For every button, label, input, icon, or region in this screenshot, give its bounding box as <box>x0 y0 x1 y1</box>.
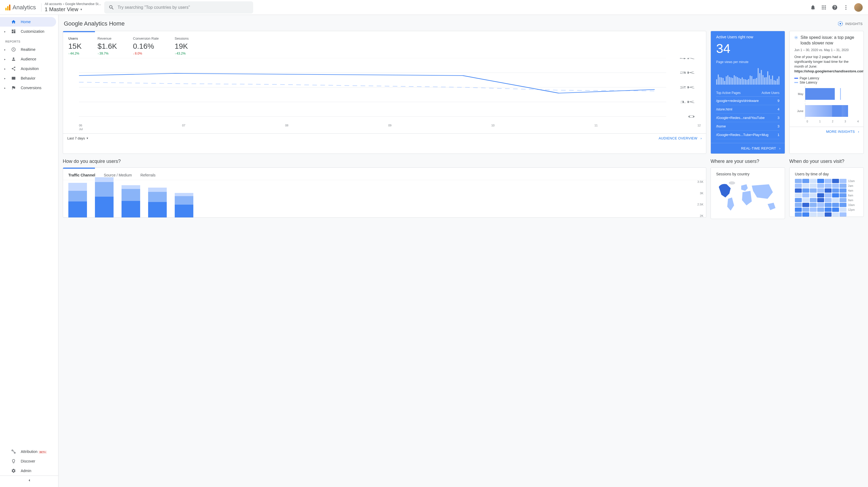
audience-overview-link[interactable]: AUDIENCE OVERVIEW › <box>659 136 702 140</box>
insights-button[interactable]: INSIGHTS <box>837 21 863 27</box>
svg-point-10 <box>845 7 846 8</box>
dashboard-icon <box>11 29 17 34</box>
traffic-channel-chart <box>63 180 706 218</box>
avatar[interactable] <box>854 3 863 12</box>
chevron-right-icon: ▸ <box>4 30 7 33</box>
tab-source-medium[interactable]: Source / Medium <box>104 173 132 177</box>
acquire-title: How do you acquire users? <box>63 159 706 164</box>
account-selector[interactable]: All accounts › Google Merchandise St... … <box>45 2 101 12</box>
chevron-right-icon: ▸ <box>4 48 7 51</box>
realtime-page-row[interactable]: /store.html4 <box>716 105 779 114</box>
svg-point-33 <box>796 37 797 38</box>
app-header: Analytics All accounts › Google Merchand… <box>0 0 868 15</box>
logo[interactable]: Analytics <box>3 4 38 11</box>
svg-rect-1 <box>823 5 824 6</box>
gear-icon <box>11 468 17 473</box>
collapse-sidebar-button[interactable] <box>0 476 58 485</box>
svg-point-34 <box>729 181 735 185</box>
metric-conversion-rate[interactable]: Conversion Rate 0.16% ↓8.0% <box>133 36 159 55</box>
page-title: Google Analytics Home <box>64 20 125 27</box>
caret-down-icon: ▼ <box>80 8 83 11</box>
realtime-page-row[interactable]: /google+redesign/drinkware9 <box>716 96 779 105</box>
chevron-right-icon: › <box>858 130 859 134</box>
svg-point-9 <box>845 5 846 6</box>
period-selector[interactable]: Last 7 days ▼ <box>67 136 89 140</box>
more-vert-icon[interactable] <box>843 4 849 10</box>
caret-down-icon: ▼ <box>86 137 89 140</box>
svg-point-21 <box>840 23 841 25</box>
realtime-page-row[interactable]: /Google+Redes...Tube+Play+Mug1 <box>716 131 779 139</box>
sidebar-attribution[interactable]: AttributionBETA <box>0 447 58 456</box>
svg-rect-8 <box>825 8 826 9</box>
realtime-page-row[interactable]: /home3 <box>716 122 779 131</box>
analytics-logo-icon <box>5 4 10 10</box>
sidebar: Home ▸ Customization REPORTS ▸ Realtime … <box>0 15 59 487</box>
sidebar-discover[interactable]: Discover <box>0 456 58 466</box>
metric-users[interactable]: Users 15K ↑44.2% <box>68 36 82 55</box>
realtime-page-row[interactable]: /Google+Redes...rand/YouTube3 <box>716 114 779 122</box>
world-map <box>711 179 785 219</box>
insight-card: Site speed issue: a top page loads slowe… <box>789 31 864 154</box>
sidebar-home[interactable]: Home <box>0 17 56 27</box>
svg-text:2K: 2K <box>679 86 695 89</box>
time-heatmap: 12am2am4am6am8am10am12pm <box>789 179 864 217</box>
chevron-right-icon: › <box>701 136 702 140</box>
svg-point-11 <box>845 8 846 9</box>
home-icon <box>11 20 17 24</box>
svg-text:1K: 1K <box>679 100 695 104</box>
realtime-report-link[interactable]: REAL-TIME REPORT › <box>711 143 785 153</box>
sidebar-conversions[interactable]: ▸ Conversions <box>0 83 58 93</box>
svg-point-18 <box>12 450 13 451</box>
main-content: Google Analytics Home INSIGHTS Users 15K… <box>59 15 868 487</box>
help-icon[interactable] <box>832 4 838 10</box>
sidebar-acquisition[interactable]: ▸ Acquisition <box>0 64 58 74</box>
lightbulb-icon <box>11 459 17 464</box>
svg-text:3K: 3K <box>679 71 695 74</box>
sidebar-behavior[interactable]: ▸ Behavior <box>0 74 58 83</box>
svg-rect-2 <box>825 5 826 6</box>
svg-rect-12 <box>12 30 13 31</box>
svg-rect-17 <box>12 77 16 80</box>
sidebar-admin[interactable]: Admin <box>0 466 58 476</box>
sidebar-realtime[interactable]: ▸ Realtime <box>0 45 58 54</box>
more-insights-link[interactable]: MORE INSIGHTS › <box>826 130 859 134</box>
chevron-right-icon: › <box>779 146 780 150</box>
chevron-right-icon: › <box>63 2 64 6</box>
acquire-card: Traffic ChannelSource / MediumReferrals … <box>63 167 706 218</box>
metric-revenue[interactable]: Revenue $1.6K ↑39.7% <box>98 36 117 55</box>
pageviews-sparkline <box>716 66 779 85</box>
notifications-icon[interactable] <box>810 4 816 10</box>
realtime-card: Active Users right now 34 Page views per… <box>711 31 785 154</box>
tab-referrals[interactable]: Referrals <box>141 173 156 177</box>
clock-icon <box>11 47 17 52</box>
svg-rect-7 <box>823 8 824 9</box>
overview-card: Users 15K ↑44.2%Revenue $1.6K ↑39.7%Conv… <box>63 31 706 154</box>
svg-rect-13 <box>14 30 16 31</box>
time-title: When do your users visit? <box>789 159 864 164</box>
sidebar-customization[interactable]: ▸ Customization <box>0 27 58 36</box>
svg-rect-3 <box>822 7 823 8</box>
insight-icon <box>794 35 798 40</box>
sidebar-audience[interactable]: ▸ Audience <box>0 54 58 64</box>
person-icon <box>11 57 17 61</box>
svg-rect-0 <box>822 5 823 6</box>
time-card: Users by time of day 12am2am4am6am8am10a… <box>789 167 864 217</box>
overview-chart: 4K3K2K1K0 <box>63 55 706 123</box>
flag-icon <box>11 85 17 90</box>
share-icon <box>11 66 17 71</box>
svg-rect-4 <box>823 7 824 8</box>
svg-rect-14 <box>14 31 16 33</box>
active-users-count: 34 <box>716 41 779 56</box>
brand-name: Analytics <box>12 4 36 11</box>
search-input[interactable]: Try searching "Top countries by users" <box>104 1 253 13</box>
chevron-right-icon: ▸ <box>4 67 7 70</box>
geo-card: Sessions by country <box>711 167 785 219</box>
apps-icon[interactable] <box>821 5 827 10</box>
search-icon <box>108 4 114 10</box>
metric-sessions[interactable]: Sessions 19K ↑43.2% <box>175 36 189 55</box>
tab-traffic-channel[interactable]: Traffic Channel <box>68 173 95 177</box>
geo-title: Where are your users? <box>711 159 785 164</box>
svg-text:4K: 4K <box>679 58 695 60</box>
behavior-icon <box>11 76 17 81</box>
svg-rect-5 <box>825 7 826 8</box>
